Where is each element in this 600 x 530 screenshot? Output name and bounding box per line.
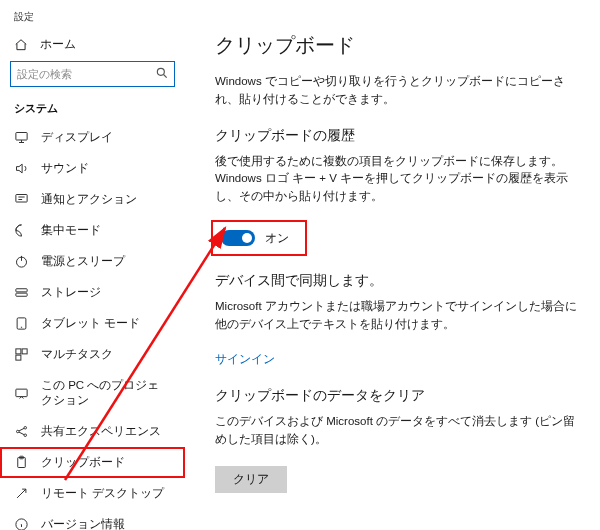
sidebar-item-remote[interactable]: リモート デスクトップ — [0, 478, 185, 509]
sync-section: デバイス間で同期します。 Microsoft アカウントまたは職場アカウントでサ… — [215, 272, 578, 367]
search-input[interactable] — [10, 61, 175, 87]
sidebar-item-projection[interactable]: この PC へのプロジェクション — [0, 370, 185, 416]
svg-rect-2 — [16, 195, 27, 203]
sidebar-item-sound[interactable]: サウンド — [0, 153, 185, 184]
tablet-icon — [14, 316, 29, 331]
sidebar-item-label: タブレット モード — [41, 316, 140, 331]
clear-section: クリップボードのデータをクリア このデバイスおよび Microsoft のデータ… — [215, 387, 578, 494]
svg-rect-10 — [16, 389, 27, 397]
svg-rect-5 — [16, 293, 27, 296]
multitask-icon — [14, 347, 29, 362]
sidebar-item-tablet[interactable]: タブレット モード — [0, 308, 185, 339]
focus-icon — [14, 223, 29, 238]
svg-rect-9 — [16, 355, 21, 360]
search-icon — [155, 66, 169, 80]
sidebar-item-label: クリップボード — [41, 455, 125, 470]
sidebar-item-label: ディスプレイ — [41, 130, 113, 145]
share-icon — [14, 424, 29, 439]
home-link[interactable]: ホーム — [0, 30, 185, 61]
sidebar-item-label: 通知とアクション — [41, 192, 137, 207]
sidebar-item-label: リモート デスクトップ — [41, 486, 164, 501]
sidebar-item-focus[interactable]: 集中モード — [0, 215, 185, 246]
sync-desc: Microsoft アカウントまたは職場アカウントでサインインした場合に他のデバ… — [215, 298, 578, 334]
info-icon — [14, 517, 29, 530]
history-toggle-row: オン — [215, 224, 303, 252]
power-icon — [14, 254, 29, 269]
signin-link[interactable]: サインイン — [215, 353, 275, 365]
remote-icon — [14, 486, 29, 501]
clear-heading: クリップボードのデータをクリア — [215, 387, 578, 405]
svg-point-13 — [24, 434, 27, 437]
home-icon — [14, 38, 28, 52]
history-section: クリップボードの履歴 後で使用するために複数の項目をクリップボードに保存します。… — [215, 127, 578, 252]
main: クリップボード Windows でコピーや切り取りを行うとクリップボードにコピー… — [185, 0, 600, 530]
history-heading: クリップボードの履歴 — [215, 127, 578, 145]
sidebar-item-storage[interactable]: ストレージ — [0, 277, 185, 308]
clear-button[interactable]: クリア — [215, 466, 287, 493]
sidebar-item-label: バージョン情報 — [41, 517, 125, 530]
sidebar-item-about[interactable]: バージョン情報 — [0, 509, 185, 530]
search-wrap — [0, 61, 185, 97]
svg-rect-7 — [16, 349, 21, 354]
sidebar-item-multitask[interactable]: マルチタスク — [0, 339, 185, 370]
notify-icon — [14, 192, 29, 207]
history-desc: 後で使用するために複数の項目をクリップボードに保存します。Windows ロゴ … — [215, 153, 578, 206]
sidebar-item-label: ストレージ — [41, 285, 101, 300]
display-icon — [14, 130, 29, 145]
svg-point-0 — [157, 68, 164, 75]
history-toggle[interactable] — [221, 230, 255, 246]
sidebar-item-label: 電源とスリープ — [41, 254, 125, 269]
sidebar-item-label: サウンド — [41, 161, 89, 176]
sidebar-item-label: マルチタスク — [41, 347, 113, 362]
sidebar-item-shared[interactable]: 共有エクスペリエンス — [0, 416, 185, 447]
sound-icon — [14, 161, 29, 176]
clear-desc: このデバイスおよび Microsoft のデータをすべて消去します (ピン留めし… — [215, 413, 578, 449]
home-label: ホーム — [40, 36, 76, 53]
page-title: クリップボード — [215, 32, 578, 59]
sidebar-item-power[interactable]: 電源とスリープ — [0, 246, 185, 277]
sync-heading: デバイス間で同期します。 — [215, 272, 578, 290]
clipboard-icon — [14, 455, 29, 470]
sidebar-item-label: 共有エクスペリエンス — [41, 424, 161, 439]
section-label: システム — [0, 97, 185, 122]
sidebar-item-clipboard[interactable]: クリップボード — [0, 447, 185, 478]
svg-rect-4 — [16, 289, 27, 292]
svg-rect-1 — [16, 133, 27, 141]
projection-icon — [14, 386, 29, 401]
svg-point-12 — [24, 427, 27, 430]
history-toggle-label: オン — [265, 231, 289, 246]
svg-rect-8 — [22, 349, 27, 354]
sidebar-item-label: 集中モード — [41, 223, 101, 238]
storage-icon — [14, 285, 29, 300]
page-intro: Windows でコピーや切り取りを行うとクリップボードにコピーされ、貼り付ける… — [215, 73, 578, 109]
svg-point-11 — [17, 430, 20, 433]
sidebar-item-label: この PC へのプロジェクション — [41, 378, 171, 408]
sidebar: 設定 ホーム システム ディスプレイ — [0, 0, 185, 530]
app-title: 設定 — [0, 6, 185, 30]
sidebar-item-notifications[interactable]: 通知とアクション — [0, 184, 185, 215]
nav: ディスプレイ サウンド 通知とアクション 集中モード — [0, 122, 185, 530]
sidebar-item-display[interactable]: ディスプレイ — [0, 122, 185, 153]
